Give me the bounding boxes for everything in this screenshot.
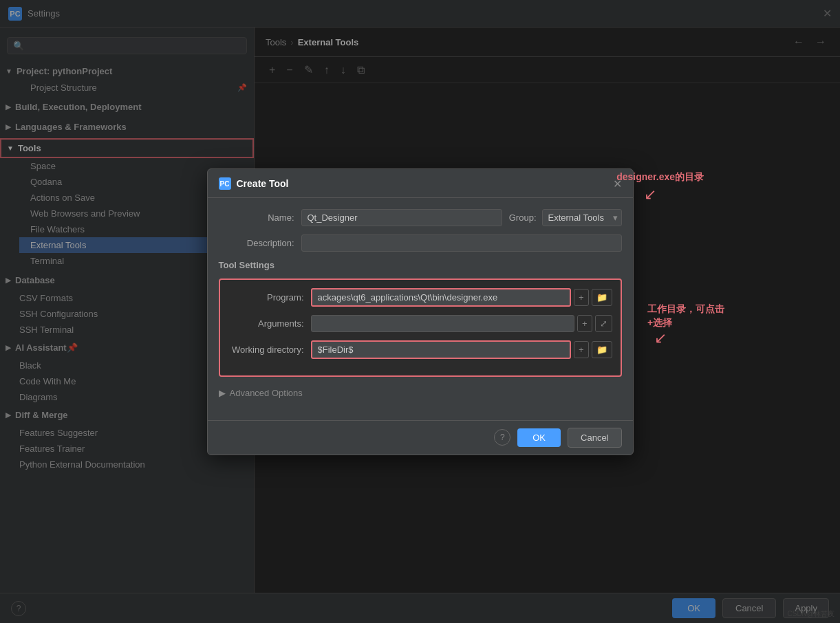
- annotation-arrow-1: ↙: [644, 186, 656, 204]
- create-tool-dialog: PC Create Tool ✕ Name: Group: External T…: [207, 168, 634, 455]
- dialog-icon: PC: [219, 177, 231, 190]
- name-input[interactable]: [301, 209, 502, 226]
- description-row: Description:: [219, 234, 622, 252]
- program-add-macro-button[interactable]: +: [574, 289, 589, 306]
- advanced-options-arrow: ▶: [219, 388, 226, 398]
- description-label: Description:: [219, 238, 294, 248]
- arguments-expand-button[interactable]: ⤢: [595, 315, 612, 332]
- program-row: Program: + 📁: [228, 288, 612, 307]
- arguments-add-macro-button[interactable]: +: [577, 315, 592, 332]
- arguments-label: Arguments:: [228, 318, 304, 329]
- name-group-row: Name: Group: External Tools: [219, 209, 622, 226]
- group-label: Group:: [509, 212, 537, 223]
- annotation-text-2: 工作目录，可点击 +选择: [647, 303, 724, 329]
- working-dir-row: Working directory: + 📁: [228, 340, 612, 359]
- annotation-text-1: designer.exe的目录: [616, 171, 704, 184]
- group-row: Group: External Tools: [509, 209, 622, 226]
- group-dropdown[interactable]: External Tools: [542, 209, 622, 226]
- dialog-footer: ? OK Cancel: [208, 420, 633, 455]
- dialog-overlay: PC Create Tool ✕ Name: Group: External T…: [0, 0, 840, 623]
- program-input-group: + 📁: [311, 288, 612, 307]
- working-dir-input[interactable]: [311, 340, 571, 359]
- working-dir-browse-button[interactable]: 📁: [592, 341, 612, 358]
- arguments-input[interactable]: [311, 315, 574, 332]
- dialog-ok-button[interactable]: OK: [517, 428, 561, 447]
- program-input[interactable]: [311, 288, 571, 307]
- working-dir-add-macro-button[interactable]: +: [574, 341, 589, 358]
- program-label: Program:: [228, 292, 304, 303]
- arguments-input-group: + ⤢: [311, 315, 612, 332]
- advanced-options-label: Advanced Options: [230, 388, 303, 398]
- name-label: Name:: [219, 212, 294, 223]
- tool-settings-header: Tool Settings: [219, 260, 622, 270]
- working-dir-label: Working directory:: [228, 345, 304, 355]
- annotation-2: 工作目录，可点击 +选择 ↙: [647, 303, 724, 347]
- dialog-header: PC Create Tool ✕: [208, 169, 633, 198]
- dialog-body: Name: Group: External Tools Description:: [208, 198, 633, 420]
- tool-settings-box: Program: + 📁 Arguments: + ⤢: [219, 278, 622, 377]
- dialog-help-button[interactable]: ?: [494, 429, 510, 446]
- group-dropdown-wrap: External Tools: [542, 209, 622, 226]
- description-input[interactable]: [301, 234, 622, 252]
- working-dir-input-group: + 📁: [311, 340, 612, 359]
- dialog-title: Create Tool: [237, 178, 289, 189]
- arguments-row: Arguments: + ⤢: [228, 315, 612, 332]
- annotation-1: designer.exe的目录 ↙: [616, 171, 704, 204]
- advanced-options-row[interactable]: ▶ Advanced Options: [219, 385, 622, 401]
- program-browse-button[interactable]: 📁: [592, 289, 612, 306]
- dialog-cancel-button[interactable]: Cancel: [568, 428, 621, 448]
- annotation-arrow-2: ↙: [654, 329, 667, 347]
